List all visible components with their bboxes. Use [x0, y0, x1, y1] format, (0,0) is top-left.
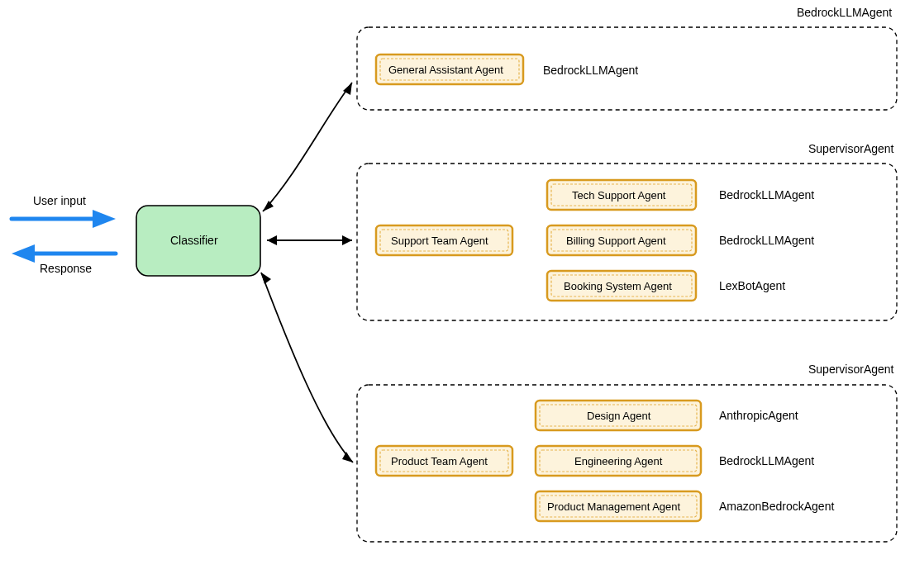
svg-marker-10	[342, 452, 353, 462]
svg-marker-1	[93, 210, 116, 228]
agent-type: BedrockLLMAgent	[719, 454, 814, 467]
group-3-title: SupervisorAgent	[808, 363, 894, 376]
agent-type: BedrockLLMAgent	[543, 64, 638, 77]
group-1-title: BedrockLLMAgent	[797, 6, 892, 19]
engineering-agent: Engineering Agent	[536, 446, 701, 476]
user-input-arrow: User input	[12, 194, 116, 228]
agent-type: BedrockLLMAgent	[719, 188, 814, 202]
response-arrow: Response	[12, 244, 116, 275]
agent-type: AnthropicAgent	[719, 409, 798, 422]
agent-name: Engineering Agent	[574, 455, 663, 467]
support-team-agent: Support Team Agent	[376, 225, 512, 255]
billing-support-agent: Billing Support Agent	[547, 225, 696, 255]
svg-marker-3	[12, 244, 35, 263]
booking-system-agent: Booking System Agent	[547, 271, 696, 301]
agent-type: LexBotAgent	[719, 279, 785, 292]
agent-name: Design Agent	[587, 410, 651, 422]
agent-name: General Assistant Agent	[388, 64, 503, 76]
response-label: Response	[40, 262, 92, 275]
design-agent: Design Agent	[536, 401, 701, 430]
agent-name: Tech Support Agent	[572, 189, 666, 202]
product-team-agent: Product Team Agent	[376, 446, 512, 476]
agent-name: Product Team Agent	[391, 455, 488, 467]
product-management-agent: Product Management Agent	[536, 491, 701, 521]
group-supervisor-support: SupervisorAgent Support Team Agent Tech …	[357, 142, 897, 320]
group-supervisor-product: SupervisorAgent Product Team Agent Desig…	[357, 363, 897, 542]
agent-name: Booking System Agent	[564, 280, 672, 292]
connector-to-group-3	[261, 273, 353, 462]
group-2-title: SupervisorAgent	[808, 142, 894, 155]
agent-name: Billing Support Agent	[566, 235, 666, 247]
group-bedrockllm: BedrockLLMAgent General Assistant Agent …	[357, 6, 897, 110]
architecture-diagram: User input Response Classifier BedrockLL…	[0, 0, 910, 588]
agent-name: Product Management Agent	[547, 500, 681, 513]
classifier-label: Classifier	[170, 234, 218, 247]
svg-marker-9	[267, 235, 277, 245]
user-input-label: User input	[33, 194, 86, 207]
agent-type: BedrockLLMAgent	[719, 234, 814, 247]
svg-marker-6	[263, 201, 274, 211]
connector-to-group-1	[263, 83, 352, 211]
general-assistant-agent: General Assistant Agent	[376, 55, 523, 84]
connector-to-group-2	[267, 235, 352, 245]
svg-marker-8	[342, 235, 352, 245]
agent-type: AmazonBedrockAgent	[719, 500, 834, 513]
tech-support-agent: Tech Support Agent	[547, 180, 696, 210]
agent-name: Support Team Agent	[391, 235, 488, 247]
classifier-node: Classifier	[136, 206, 260, 276]
